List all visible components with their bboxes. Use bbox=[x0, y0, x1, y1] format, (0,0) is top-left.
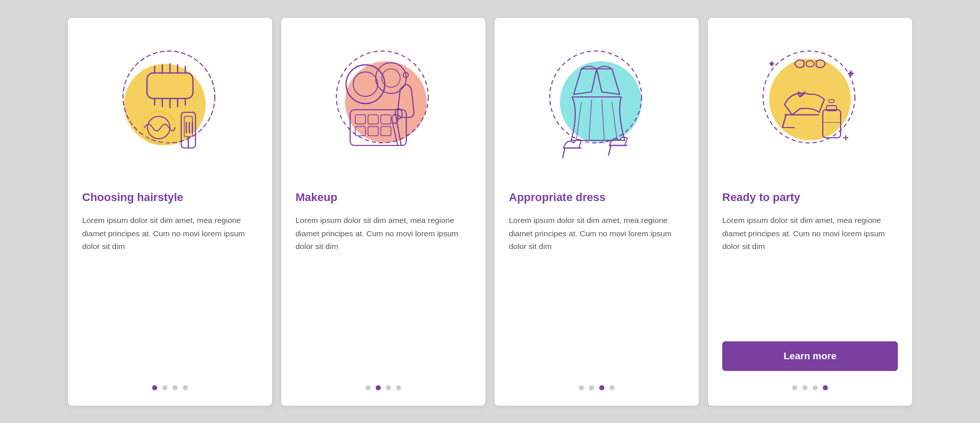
dot-2 bbox=[589, 385, 594, 390]
card-body-hairstyle: Lorem ipsum dolor sit dim amet, mea regi… bbox=[82, 214, 258, 370]
svg-line-47 bbox=[562, 148, 565, 158]
card-title-dress: Appropriate dress bbox=[509, 190, 606, 205]
card-illustration-party bbox=[722, 33, 898, 176]
card-party: Ready to party Lorem ipsum dolor sit dim… bbox=[708, 18, 912, 406]
learn-more-button[interactable]: Learn more bbox=[722, 341, 898, 371]
card-body-party: Lorem ipsum dolor sit dim amet, mea regi… bbox=[722, 214, 898, 329]
dot-2 bbox=[802, 385, 807, 390]
card-title-makeup: Makeup bbox=[296, 190, 337, 205]
dot-3 bbox=[813, 385, 818, 390]
card-dots-dress bbox=[579, 385, 615, 390]
card-makeup: Makeup Lorem ipsum dolor sit dim amet, m… bbox=[281, 18, 485, 406]
dot-4 bbox=[183, 385, 188, 390]
dot-4 bbox=[396, 385, 401, 390]
svg-line-49 bbox=[608, 145, 611, 156]
dot-1 bbox=[365, 385, 371, 390]
svg-point-50 bbox=[769, 59, 851, 140]
cards-container: Choosing hairstyle Lorem ipsum dolor sit… bbox=[53, 3, 927, 421]
card-dots-makeup bbox=[365, 385, 401, 390]
svg-point-0 bbox=[124, 64, 206, 145]
dot-2 bbox=[162, 385, 167, 390]
card-title-hairstyle: Choosing hairstyle bbox=[82, 190, 183, 205]
card-hairstyle: Choosing hairstyle Lorem ipsum dolor sit… bbox=[68, 18, 272, 406]
card-title-party: Ready to party bbox=[722, 190, 800, 205]
card-dress: Appropriate dress Lorem ipsum dolor sit … bbox=[495, 18, 699, 406]
dot-3 bbox=[599, 385, 604, 390]
card-illustration-makeup bbox=[296, 33, 471, 176]
card-illustration-hairstyle bbox=[82, 33, 258, 176]
dot-2 bbox=[376, 385, 381, 390]
dot-4 bbox=[609, 385, 615, 390]
dot-1 bbox=[152, 385, 157, 390]
card-dots-hairstyle bbox=[152, 385, 188, 390]
dot-3 bbox=[173, 385, 178, 390]
card-body-makeup: Lorem ipsum dolor sit dim amet, mea regi… bbox=[296, 214, 471, 370]
card-dots-party bbox=[792, 385, 828, 390]
card-body-dress: Lorem ipsum dolor sit dim amet, mea regi… bbox=[509, 214, 684, 370]
dot-3 bbox=[386, 385, 391, 390]
svg-point-40 bbox=[560, 61, 642, 143]
card-illustration-dress bbox=[509, 33, 684, 176]
dot-1 bbox=[792, 385, 797, 390]
dot-4 bbox=[823, 385, 828, 390]
dot-1 bbox=[579, 385, 584, 390]
